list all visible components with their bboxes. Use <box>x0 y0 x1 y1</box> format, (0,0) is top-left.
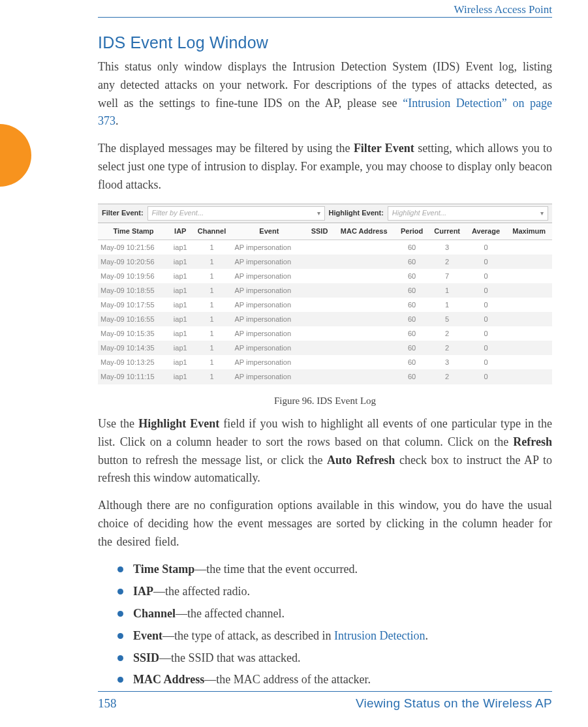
table-cell: AP impersonation <box>232 298 306 312</box>
table-cell <box>306 355 333 369</box>
table-cell <box>333 326 395 341</box>
table-row: May-09 10:11:15iap11AP impersonation6020 <box>98 369 552 384</box>
table-cell: 2 <box>428 326 465 341</box>
column-header[interactable]: Maximum <box>506 223 552 240</box>
table-cell <box>506 255 552 269</box>
footer-section-title: Viewing Status on the Wireless AP <box>356 694 552 713</box>
table-row: May-09 10:20:56iap11AP impersonation6020 <box>98 255 552 269</box>
table-cell: iap1 <box>169 355 192 369</box>
table-cell: 0 <box>466 341 506 355</box>
column-header[interactable]: SSID <box>306 223 333 240</box>
table-cell: 1 <box>192 369 232 384</box>
table-cell: 60 <box>395 283 429 298</box>
table-cell: 1 <box>428 283 465 298</box>
filter-event-dropdown[interactable]: Filter by Event... ▾ <box>147 206 325 221</box>
paragraph-2: The displayed messages may be filtered b… <box>98 140 552 194</box>
table-cell: iap1 <box>169 341 192 355</box>
column-header[interactable]: Event <box>232 223 306 240</box>
paragraph-1: This status only window displays the Int… <box>98 58 552 131</box>
table-cell <box>306 326 333 341</box>
table-cell: 60 <box>395 298 429 312</box>
bullet-text: —the SSID that was attacked. <box>159 651 300 664</box>
p3-bold-auto-refresh: Auto Refresh <box>327 454 395 467</box>
table-cell: AP impersonation <box>232 240 306 255</box>
ids-event-table: Time StampIAPChannelEventSSIDMAC Address… <box>98 223 552 384</box>
table-cell: iap1 <box>169 312 192 326</box>
table-cell <box>306 255 333 269</box>
link-intrusion-detection[interactable]: Intrusion Detection <box>334 629 425 642</box>
table-cell <box>333 369 395 384</box>
table-cell: 0 <box>466 355 506 369</box>
figure-ids-event-log: Filter Event: Filter by Event... ▾ Highl… <box>98 204 552 384</box>
bullet-text: —the affected channel. <box>176 607 285 620</box>
figure-caption: Figure 96. IDS Event Log <box>98 394 552 409</box>
table-cell <box>506 369 552 384</box>
column-header[interactable]: IAP <box>169 223 192 240</box>
table-cell <box>306 240 333 255</box>
table-cell: AP impersonation <box>232 255 306 269</box>
table-cell: AP impersonation <box>232 269 306 283</box>
table-cell: iap1 <box>169 255 192 269</box>
table-cell: May-09 10:15:35 <box>98 326 169 341</box>
paragraph-3: Use the Highlight Event field if you wis… <box>98 415 552 488</box>
filter-event-label: Filter Event: <box>102 208 144 219</box>
bullet-term: MAC Address <box>133 673 204 686</box>
table-cell <box>506 312 552 326</box>
field-definition-list: Time Stamp—the time that the event occur… <box>117 561 552 689</box>
table-cell: 60 <box>395 240 429 255</box>
table-cell: AP impersonation <box>232 355 306 369</box>
table-cell: May-09 10:18:55 <box>98 283 169 298</box>
table-cell <box>506 355 552 369</box>
table-cell <box>506 326 552 341</box>
column-header[interactable]: Time Stamp <box>98 223 169 240</box>
table-cell: May-09 10:14:35 <box>98 341 169 355</box>
table-cell: 1 <box>192 298 232 312</box>
table-cell: iap1 <box>169 326 192 341</box>
p3-c: button to refresh the message list, or c… <box>98 454 327 467</box>
table-cell: AP impersonation <box>232 369 306 384</box>
table-row: May-09 10:18:55iap11AP impersonation6010 <box>98 283 552 298</box>
content-area: IDS Event Log Window This status only wi… <box>98 30 552 693</box>
p2-text-a: The displayed messages may be filtered b… <box>98 142 354 155</box>
table-cell: 0 <box>466 312 506 326</box>
table-cell: 7 <box>428 269 465 283</box>
column-header[interactable]: Average <box>466 223 506 240</box>
table-cell: 0 <box>466 269 506 283</box>
bullet-text: —the type of attack, as described in <box>162 629 334 642</box>
table-cell <box>306 269 333 283</box>
p3-a: Use the <box>98 417 138 430</box>
table-cell <box>506 269 552 283</box>
table-cell: iap1 <box>169 283 192 298</box>
highlight-event-dropdown[interactable]: Highlight Event... ▾ <box>388 206 548 221</box>
table-cell: 5 <box>428 312 465 326</box>
table-cell <box>333 255 395 269</box>
table-row: May-09 10:21:56iap11AP impersonation6030 <box>98 240 552 255</box>
table-cell: 60 <box>395 326 429 341</box>
table-cell: 3 <box>428 355 465 369</box>
table-cell: 0 <box>466 326 506 341</box>
table-row: May-09 10:17:55iap11AP impersonation6010 <box>98 298 552 312</box>
column-header[interactable]: Current <box>428 223 465 240</box>
bullet-term: IAP <box>133 585 153 598</box>
column-header[interactable]: Channel <box>192 223 232 240</box>
column-header[interactable]: Period <box>395 223 429 240</box>
table-cell: 60 <box>395 312 429 326</box>
bullet-term: Time Stamp <box>133 563 194 576</box>
footer-rule <box>98 691 552 692</box>
bullet-text: —the time that the event occurred. <box>194 563 358 576</box>
table-cell: 1 <box>192 312 232 326</box>
list-item: IAP—the affected radio. <box>117 583 552 601</box>
table-cell <box>506 240 552 255</box>
table-cell: 0 <box>466 283 506 298</box>
table-cell: 1 <box>192 326 232 341</box>
chevron-down-icon: ▾ <box>540 208 544 219</box>
list-item: MAC Address—the MAC address of the attac… <box>117 671 552 689</box>
column-header[interactable]: MAC Address <box>333 223 395 240</box>
filter-event-placeholder: Filter by Event... <box>152 208 204 219</box>
table-cell: 60 <box>395 341 429 355</box>
table-cell: May-09 10:16:55 <box>98 312 169 326</box>
p1-text-b: . <box>116 114 119 127</box>
table-cell: 1 <box>192 355 232 369</box>
table-cell: 2 <box>428 255 465 269</box>
table-cell <box>333 355 395 369</box>
